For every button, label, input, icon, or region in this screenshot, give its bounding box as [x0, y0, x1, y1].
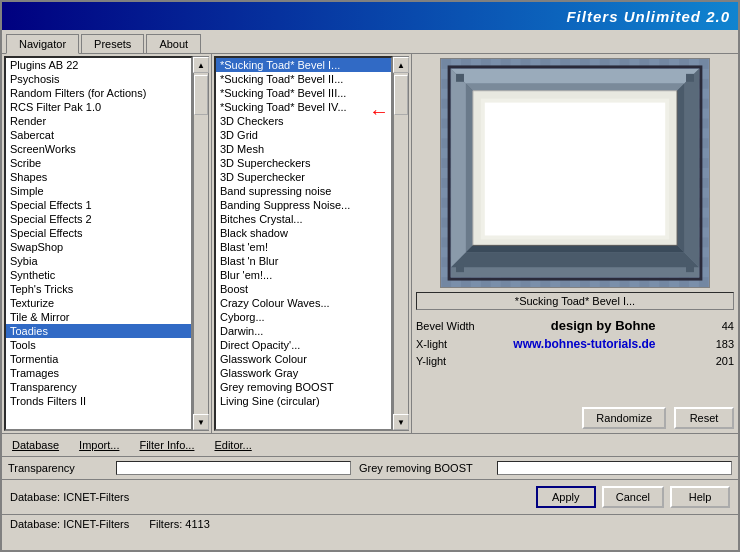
category-scrollbar[interactable]: ▲ ▼ [193, 56, 209, 431]
main-content: Plugins AB 22PsychosisRandom Filters (fo… [2, 54, 738, 434]
help-button[interactable]: Help [670, 486, 730, 508]
filter-item[interactable]: *Sucking Toad* Bevel II... [216, 72, 391, 86]
filter-item[interactable]: Darwin... [216, 324, 391, 338]
filter-item[interactable]: Glasswork Gray [216, 366, 391, 380]
filter-item[interactable]: Cyborg... [216, 310, 391, 324]
category-item[interactable]: Special Effects [6, 226, 191, 240]
category-item[interactable]: Tronds Filters II [6, 394, 191, 408]
filter-panel: *Sucking Toad* Bevel I...*Sucking Toad* … [212, 54, 412, 433]
design-credit-text: design by Bohne [485, 318, 722, 333]
category-item[interactable]: Tormentia [6, 352, 191, 366]
param-xlight-value: 183 [716, 338, 734, 350]
filter-item[interactable]: Glasswork Colour [216, 352, 391, 366]
category-item[interactable]: Toadies [6, 324, 191, 338]
category-scroll-thumb[interactable] [194, 75, 208, 115]
filter-scroll-down[interactable]: ▼ [393, 414, 409, 430]
category-panel: Plugins AB 22PsychosisRandom Filters (fo… [2, 54, 212, 433]
category-item[interactable]: Sabercat [6, 128, 191, 142]
filter-name-text: *Sucking Toad* Bevel I... [515, 295, 635, 307]
params-area: Bevel Width design by Bohne 44 X-light w… [416, 314, 734, 403]
category-item[interactable]: Special Effects 1 [6, 198, 191, 212]
param-ylight-label: Y-light [416, 355, 446, 367]
category-item[interactable]: Render [6, 114, 191, 128]
category-item[interactable]: Psychosis [6, 72, 191, 86]
svg-marker-14 [466, 84, 473, 253]
filter-item[interactable]: Blast 'n Blur [216, 254, 391, 268]
filter-scrollbar[interactable]: ▲ ▼ [393, 56, 409, 431]
category-item[interactable]: Tile & Mirror [6, 310, 191, 324]
filter-item[interactable]: Blast 'em! [216, 240, 391, 254]
grey-removing-label: Grey removing BOOST [359, 462, 489, 474]
category-item[interactable]: Plugins AB 22 [6, 58, 191, 72]
filter-scroll-up[interactable]: ▲ [393, 57, 409, 73]
filter-info-button[interactable]: Filter Info... [135, 437, 198, 453]
filter-item[interactable]: Grey removing BOOST [216, 380, 391, 394]
svg-rect-27 [686, 264, 694, 272]
category-item[interactable]: Texturize [6, 296, 191, 310]
cancel-button[interactable]: Cancel [602, 486, 664, 508]
category-item[interactable]: Sybia [6, 254, 191, 268]
filter-item[interactable]: 3D Grid [216, 128, 391, 142]
transparency-slider[interactable] [116, 461, 351, 475]
category-item[interactable]: Teph's Tricks [6, 282, 191, 296]
filter-scroll-thumb[interactable] [394, 75, 408, 115]
randomize-reset-row: Randomize Reset [416, 407, 734, 429]
param-ylight-value: 201 [716, 355, 734, 367]
tab-presets[interactable]: Presets [81, 34, 144, 53]
category-scroll-down[interactable]: ▼ [193, 414, 209, 430]
status-bar-left: Database: ICNET-Filters [10, 491, 129, 503]
category-list: Plugins AB 22PsychosisRandom Filters (fo… [4, 56, 193, 431]
apply-button[interactable]: Apply [536, 486, 596, 508]
filter-item[interactable]: Blur 'em!... [216, 268, 391, 282]
filter-item[interactable]: Black shadow [216, 226, 391, 240]
filter-item[interactable]: Boost [216, 282, 391, 296]
tab-navigator[interactable]: Navigator [6, 34, 79, 54]
editor-button[interactable]: Editor... [210, 437, 255, 453]
category-item[interactable]: Synthetic [6, 268, 191, 282]
category-item[interactable]: Transparency [6, 380, 191, 394]
category-item[interactable]: Special Effects 2 [6, 212, 191, 226]
design-url-text: www.bohnes-tutorials.de [453, 337, 715, 351]
filter-item[interactable]: 3D Superchecker [216, 170, 391, 184]
tab-about[interactable]: About [146, 34, 201, 53]
filter-item[interactable]: 3D Checkers [216, 114, 391, 128]
preview-svg [441, 59, 709, 287]
category-scroll-up[interactable]: ▲ [193, 57, 209, 73]
filter-item[interactable]: Direct Opacity'... [216, 338, 391, 352]
filter-item[interactable]: *Sucking Toad* Bevel III... [216, 86, 391, 100]
database-button[interactable]: Database [8, 437, 63, 453]
svg-rect-26 [456, 264, 464, 272]
category-item[interactable]: Shapes [6, 170, 191, 184]
filter-item[interactable]: Bitches Crystal... [216, 212, 391, 226]
filter-list: *Sucking Toad* Bevel I...*Sucking Toad* … [214, 56, 393, 431]
filter-item[interactable]: 3D Mesh [216, 142, 391, 156]
category-item[interactable]: Tramages [6, 366, 191, 380]
svg-marker-11 [684, 69, 699, 267]
filter-item[interactable]: Crazy Colour Waves... [216, 296, 391, 310]
filter-item[interactable]: Banding Suppress Noise... [216, 198, 391, 212]
svg-rect-25 [686, 74, 694, 82]
category-item[interactable]: Random Filters (for Actions) [6, 86, 191, 100]
grey-removing-slider[interactable] [497, 461, 732, 475]
filter-item[interactable]: 3D Supercheckers [216, 156, 391, 170]
tab-bar: Navigator Presets About [2, 30, 738, 54]
filter-item[interactable]: *Sucking Toad* Bevel IV... [216, 100, 391, 114]
filter-item[interactable]: *Sucking Toad* Bevel I... [216, 58, 391, 72]
category-item[interactable]: ScreenWorks [6, 142, 191, 156]
randomize-button[interactable]: Randomize [582, 407, 666, 429]
category-item[interactable]: Scribe [6, 156, 191, 170]
status-db-label: Database: ICNET-Filters [10, 518, 129, 530]
category-item[interactable]: SwapShop [6, 240, 191, 254]
filter-item[interactable]: Band supressing noise [216, 184, 391, 198]
title-bar: Filters Unlimited 2.0 [2, 2, 738, 30]
category-item[interactable]: Tools [6, 338, 191, 352]
svg-marker-9 [451, 69, 466, 267]
status-database: Database: ICNET-Filters [10, 491, 129, 503]
import-button[interactable]: Import... [75, 437, 123, 453]
filter-item[interactable]: Living Sine (circular) [216, 394, 391, 408]
svg-marker-13 [466, 84, 684, 91]
param-bevel-value: 44 [722, 320, 734, 332]
category-item[interactable]: RCS Filter Pak 1.0 [6, 100, 191, 114]
category-item[interactable]: Simple [6, 184, 191, 198]
reset-button[interactable]: Reset [674, 407, 734, 429]
